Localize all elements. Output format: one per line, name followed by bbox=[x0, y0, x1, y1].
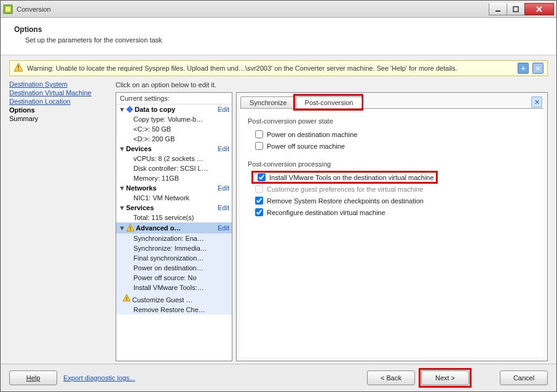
conversion-window: Conversion Options Set up the parameters… bbox=[0, 0, 557, 392]
chevron-down-icon: ▼ bbox=[119, 106, 125, 113]
next-button[interactable]: Next > bbox=[421, 370, 469, 385]
close-button[interactable] bbox=[524, 3, 554, 15]
power-state-label-1: Power off source machine bbox=[267, 143, 345, 150]
settings-group-services[interactable]: ▼ServicesEdit bbox=[116, 203, 232, 213]
settings-item[interactable]: Disk controller: SCSI L… bbox=[116, 163, 232, 173]
body: Destination System Destination Virtual M… bbox=[1, 79, 556, 364]
settings-item[interactable]: Memory: 11GB bbox=[116, 173, 232, 183]
processing-label-1: Customize guest preferences for the virt… bbox=[267, 186, 423, 193]
wizard-nav: Destination System Destination Virtual M… bbox=[9, 79, 111, 361]
power-state-row-0: Power on destination machine bbox=[248, 128, 536, 140]
group-label: Data to copy bbox=[135, 106, 215, 113]
settings-item[interactable]: Power off source: No bbox=[116, 273, 232, 283]
warning-icon: ! bbox=[14, 63, 23, 74]
chevron-down-icon: ▼ bbox=[119, 145, 125, 152]
help-button[interactable]: Help bbox=[9, 370, 57, 385]
titlebar[interactable]: Conversion bbox=[1, 1, 556, 18]
window-controls bbox=[489, 3, 554, 15]
warning-bar: ! Warning: Unable to locate the required… bbox=[9, 60, 548, 76]
nav-options[interactable]: Options bbox=[9, 106, 111, 114]
content-hint: Click on an option below to edit it. bbox=[116, 79, 548, 92]
warning-close-button[interactable]: × bbox=[532, 63, 543, 74]
warning-text: Warning: Unable to locate the required S… bbox=[27, 65, 514, 72]
svg-rect-3 bbox=[513, 7, 518, 12]
tabs-row: Synchronize Post-conversion bbox=[237, 93, 547, 108]
settings-item[interactable]: <D:>: 200 GB bbox=[116, 134, 232, 144]
group-label: Services bbox=[126, 204, 215, 211]
settings-group-advanced-o-[interactable]: ▼!Advanced o…Edit bbox=[116, 222, 232, 233]
processing-row-1: Customize guest preferences for the virt… bbox=[248, 183, 536, 195]
wizard-header: Options Set up the parameters for the co… bbox=[1, 18, 556, 55]
tab-post-conversion[interactable]: Post-conversion bbox=[296, 96, 363, 108]
processing-label-2: Remove System Restore checkpoints on des… bbox=[267, 197, 424, 205]
settings-item[interactable]: NIC1: VM Network bbox=[116, 193, 232, 203]
content: Click on an option below to edit it. Cur… bbox=[116, 79, 548, 361]
power-state-label-0: Power on destination machine bbox=[267, 131, 357, 138]
settings-item[interactable]: Synchronization: Ena… bbox=[116, 233, 232, 243]
processing-row-3: Reconfigure destination virtual machine bbox=[248, 206, 536, 218]
processing-checks: Install VMware Tools on the destination … bbox=[248, 171, 536, 218]
export-logs-link[interactable]: Export diagnostic logs... bbox=[63, 374, 135, 382]
edit-link[interactable]: Edit bbox=[218, 204, 229, 211]
warning-icon: ! bbox=[126, 224, 135, 232]
processing-label: Post-conversion processing bbox=[248, 160, 536, 168]
tab-synchronize[interactable]: Synchronize bbox=[240, 96, 296, 108]
settings-list[interactable]: ▼Data to copyEditCopy type: Volume-b…<C:… bbox=[116, 104, 232, 361]
edit-link[interactable]: Edit bbox=[218, 184, 229, 192]
chevron-down-icon: ▼ bbox=[119, 184, 125, 192]
power-state-checks: Power on destination machinePower off so… bbox=[248, 128, 536, 152]
svg-text:!: ! bbox=[126, 296, 128, 302]
settings-item[interactable]: vCPUs: 8 (2 sockets … bbox=[116, 154, 232, 163]
settings-item[interactable]: <C:>: 50 GB bbox=[116, 124, 232, 134]
nav-destination-vm[interactable]: Destination Virtual Machine bbox=[9, 88, 111, 97]
power-state-label: Post-conversion power state bbox=[248, 117, 536, 125]
tab-body: Post-conversion power state Power on des… bbox=[240, 108, 543, 357]
settings-item[interactable]: Power on destination… bbox=[116, 263, 232, 273]
settings-group-devices[interactable]: ▼DevicesEdit bbox=[116, 144, 232, 154]
group-label: Devices bbox=[126, 145, 215, 152]
settings-item[interactable]: !Customize Guest … bbox=[116, 292, 232, 305]
svg-text:!: ! bbox=[17, 65, 19, 71]
minimize-button[interactable] bbox=[489, 3, 507, 15]
settings-item[interactable]: Install VMware Tools:… bbox=[116, 283, 232, 292]
power-state-checkbox-0[interactable] bbox=[255, 130, 263, 138]
settings-item[interactable]: Synchronize: Immedia… bbox=[116, 243, 232, 253]
settings-item[interactable]: Total: 115 service(s) bbox=[116, 213, 232, 222]
window-title: Conversion bbox=[17, 6, 489, 13]
footer: Help Export diagnostic logs... < Back Ne… bbox=[1, 364, 556, 391]
settings-group-networks[interactable]: ▼NetworksEdit bbox=[116, 183, 232, 193]
page-title: Options bbox=[14, 25, 543, 34]
current-settings-pane: Current settings: ▼Data to copyEditCopy … bbox=[116, 92, 232, 361]
nav-destination-location[interactable]: Destination Location bbox=[9, 97, 111, 106]
nav-summary[interactable]: Summary bbox=[9, 114, 111, 123]
power-state-checkbox-1[interactable] bbox=[255, 142, 263, 150]
edit-link[interactable]: Edit bbox=[218, 106, 229, 113]
power-state-row-1: Power off source machine bbox=[248, 140, 536, 152]
diamond-icon bbox=[126, 106, 133, 112]
processing-row-2: Remove System Restore checkpoints on des… bbox=[248, 195, 536, 206]
page-subtitle: Set up the parameters for the conversion… bbox=[25, 36, 543, 44]
settings-group-data-to-copy[interactable]: ▼Data to copyEdit bbox=[116, 104, 232, 114]
maximize-button[interactable] bbox=[507, 3, 525, 15]
settings-item[interactable]: Final synchronization… bbox=[116, 253, 232, 263]
group-label: Networks bbox=[126, 184, 215, 192]
processing-checkbox-0[interactable] bbox=[258, 173, 266, 181]
chevron-down-icon: ▼ bbox=[119, 204, 125, 211]
settings-item[interactable]: Remove Restore Che… bbox=[116, 305, 232, 315]
nav-destination-system[interactable]: Destination System bbox=[9, 80, 111, 88]
warning-icon: ! bbox=[122, 294, 131, 302]
group-label: Advanced o… bbox=[136, 224, 215, 232]
app-icon bbox=[3, 4, 13, 14]
edit-link[interactable]: Edit bbox=[218, 224, 229, 232]
processing-checkbox-2[interactable] bbox=[255, 197, 263, 205]
warning-expand-button[interactable]: + bbox=[518, 63, 529, 74]
chevron-down-icon: ▼ bbox=[119, 224, 125, 232]
svg-rect-1 bbox=[6, 7, 10, 12]
back-button[interactable]: < Back bbox=[367, 370, 415, 385]
edit-link[interactable]: Edit bbox=[218, 145, 229, 152]
svg-text:!: ! bbox=[130, 225, 132, 232]
cancel-button[interactable]: Cancel bbox=[500, 370, 548, 385]
current-settings-header: Current settings: bbox=[116, 93, 232, 104]
processing-checkbox-3[interactable] bbox=[255, 208, 263, 216]
settings-item[interactable]: Copy type: Volume-b… bbox=[116, 114, 232, 124]
